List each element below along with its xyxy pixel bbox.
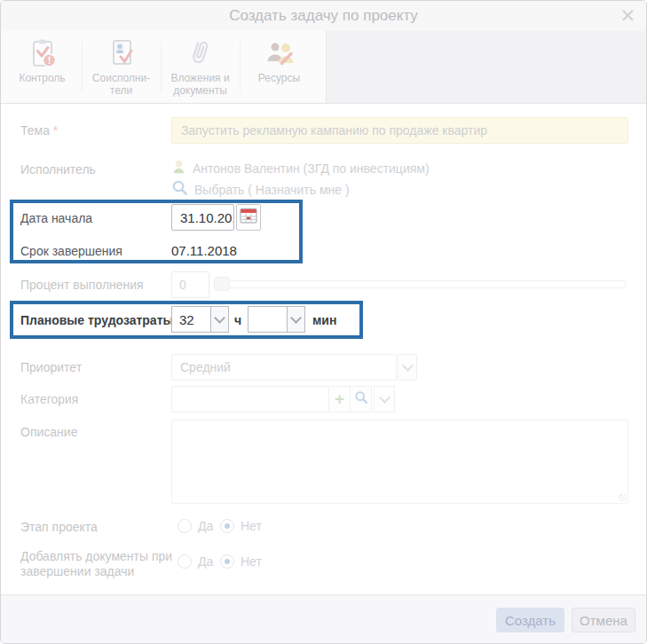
description-label: Описание: [20, 425, 166, 440]
toolbar: ! Контроль Соис: [1, 31, 646, 104]
percent-label: Процент выполнения: [20, 278, 166, 293]
svg-text:!: !: [47, 55, 51, 66]
assignee-row: Исполнитель Антонов Валентин (ЗГД по инв…: [1, 159, 646, 198]
resize-handle-icon[interactable]: [619, 494, 627, 502]
hours-input[interactable]: [171, 306, 210, 333]
coexecutors-icon: [82, 37, 161, 69]
effort-highlight-box: Плановые трудозатраты * ч мин: [10, 301, 363, 339]
hours-unit-label: ч: [234, 313, 241, 327]
effort-label: Плановые трудозатраты *: [20, 313, 182, 327]
toolbar-button-control[interactable]: ! Контроль: [3, 31, 82, 103]
calendar-button[interactable]: [236, 204, 261, 231]
assignee-choose-link[interactable]: Выбрать ( Назначить мне ): [194, 183, 350, 197]
close-icon[interactable]: ✕: [619, 1, 635, 30]
dialog-titlebar: Создать задачу по проекту ✕: [1, 1, 646, 32]
resources-people-icon: [240, 37, 319, 69]
theme-row: Тема *: [1, 117, 646, 144]
project-stage-label: Этап проекта: [20, 520, 166, 535]
percent-input[interactable]: [171, 271, 209, 298]
control-clipboard-icon: !: [3, 37, 82, 69]
priority-select[interactable]: Средний: [171, 354, 417, 381]
priority-label: Приоритет: [20, 360, 166, 375]
percent-row: Процент выполнения: [1, 271, 646, 300]
assignee-label: Исполнитель: [20, 162, 166, 177]
minutes-input[interactable]: [248, 306, 287, 333]
hours-combobox: [171, 306, 229, 333]
chevron-down-icon[interactable]: [287, 306, 305, 333]
project-stage-yes-radio[interactable]: Да: [178, 519, 213, 533]
description-row: Описание: [1, 420, 646, 504]
start-date-input[interactable]: [171, 204, 234, 231]
chevron-down-icon[interactable]: [210, 306, 229, 333]
due-date-label: Срок завершения: [20, 244, 122, 258]
calendar-icon: [240, 208, 257, 227]
minutes-unit-label: мин: [312, 313, 336, 327]
add-category-button[interactable]: +: [329, 386, 351, 412]
search-icon: [171, 179, 188, 200]
theme-label: Тема *: [20, 123, 166, 138]
category-row: Категория +: [1, 386, 646, 412]
theme-input[interactable]: [171, 117, 628, 144]
chevron-down-icon[interactable]: [374, 386, 395, 412]
assignee-name: Антонов Валентин (ЗГД по инвестициям): [193, 161, 430, 176]
due-date-value: 07.11.2018: [171, 243, 237, 258]
add-documents-label: Добавлять документы при завершении задач…: [20, 549, 173, 579]
create-task-dialog: Создать задачу по проекту ✕ !: [0, 0, 647, 644]
dialog-title: Создать задачу по проекту: [1, 1, 646, 30]
percent-slider[interactable]: [214, 280, 627, 288]
dates-highlight-box: Дата начала Срок завершения 07.11.2018: [10, 200, 303, 263]
add-documents-no-radio[interactable]: Нет: [220, 554, 262, 569]
slider-handle[interactable]: [214, 277, 230, 291]
toolbar-label: Ресурсы: [240, 72, 319, 84]
radio-selected-icon: [220, 554, 234, 569]
cancel-button[interactable]: Отмена: [572, 608, 635, 632]
add-documents-yes-radio[interactable]: Да: [178, 554, 213, 569]
toolbar-label: Соисполни-тели: [82, 72, 161, 97]
toolbar-label: Вложения и документы: [161, 72, 240, 97]
priority-value: Средний: [171, 354, 397, 381]
description-textarea[interactable]: [171, 420, 628, 504]
dialog-footer: Создать Отмена: [1, 594, 646, 643]
priority-row: Приоритет Средний: [1, 354, 646, 381]
toolbar-label: Контроль: [3, 72, 82, 84]
category-input[interactable]: [171, 386, 329, 412]
search-category-button[interactable]: [351, 386, 372, 412]
project-stage-no-radio[interactable]: Нет: [220, 519, 262, 533]
project-stage-row: Этап проекта Да Нет: [1, 519, 646, 535]
radio-icon: [178, 519, 192, 533]
toolbar-button-group: ! Контроль Соис: [1, 31, 327, 103]
search-icon: [354, 390, 368, 408]
user-avatar-icon: [171, 159, 186, 178]
toolbar-button-resources[interactable]: Ресурсы: [240, 31, 319, 103]
start-date-label: Дата начала: [20, 211, 92, 225]
add-documents-row: Добавлять документы при завершении задач…: [1, 549, 646, 581]
category-field-group: +: [171, 386, 395, 412]
radio-selected-icon: [220, 519, 234, 533]
paperclip-icon: [161, 37, 240, 69]
minutes-combobox: [248, 306, 305, 333]
chevron-down-icon[interactable]: [398, 354, 417, 381]
required-asterisk: *: [53, 123, 58, 137]
category-label: Категория: [20, 392, 166, 407]
create-button[interactable]: Создать: [496, 608, 564, 632]
radio-icon: [178, 554, 192, 569]
toolbar-button-coexecutors[interactable]: Соисполни-тели: [82, 31, 161, 103]
plus-icon: +: [335, 390, 344, 407]
toolbar-button-attachments[interactable]: Вложения и документы: [161, 31, 240, 103]
